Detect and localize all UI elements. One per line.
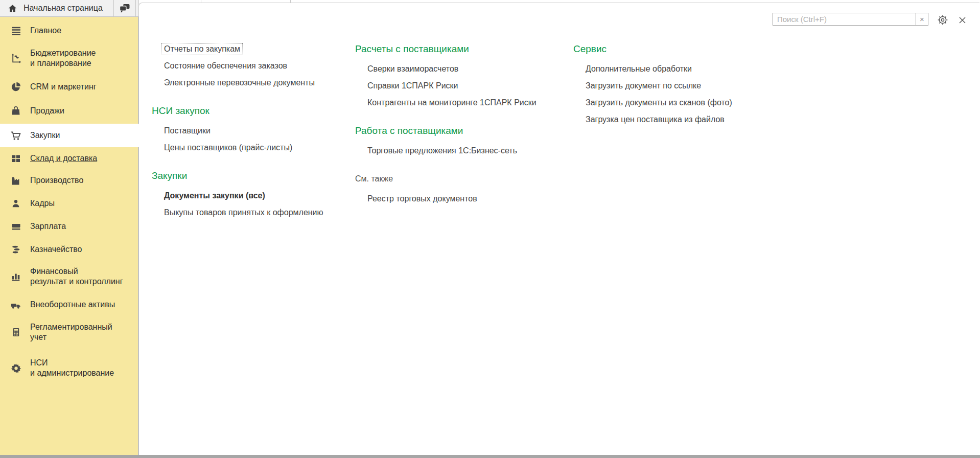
truck-icon bbox=[9, 300, 22, 310]
sidebar-item-treasury[interactable]: Казначейство bbox=[0, 238, 138, 261]
settings-button[interactable] bbox=[936, 13, 949, 27]
sidebar-item-hr[interactable]: Кадры bbox=[0, 192, 138, 215]
sidebar-item-fixed-assets[interactable]: Внеоборотные активы bbox=[0, 293, 138, 316]
app-window: { "topbar": { "home_tab_label": "Начальн… bbox=[0, 0, 980, 458]
menu-item[interactable]: Сверки взаиморасчетов bbox=[355, 60, 575, 77]
tab-home-page[interactable]: Начальная страница bbox=[0, 0, 114, 16]
clear-search-button[interactable]: × bbox=[916, 13, 928, 25]
group-header: Сервис bbox=[573, 40, 803, 57]
pie-chart-icon bbox=[9, 82, 22, 92]
bank-card-icon bbox=[9, 222, 22, 232]
menu-column-3: Сервис Дополнительные обработки Загрузит… bbox=[573, 40, 803, 128]
person-icon bbox=[9, 199, 22, 209]
sidebar-item-payroll[interactable]: Зарплата bbox=[0, 215, 138, 238]
sidebar-item-label: НСИи администрирование bbox=[30, 358, 114, 378]
group-header: Расчеты с поставщиками bbox=[355, 40, 575, 57]
search-box: × bbox=[773, 13, 928, 26]
budgeting-icon bbox=[9, 53, 22, 64]
group-header: Работа с поставщиками bbox=[355, 122, 575, 139]
menu-item[interactable]: Поставщики bbox=[152, 122, 351, 139]
sections-sidebar: Главное Бюджетированиеи планирование CRM… bbox=[0, 17, 138, 455]
sidebar-item-regulated-accounting[interactable]: Регламентированныйучет bbox=[0, 317, 138, 348]
sidebar-item-label: Главное bbox=[30, 26, 61, 36]
gear-icon bbox=[9, 363, 22, 374]
calculator-icon bbox=[9, 327, 22, 337]
sidebar-item-label: Финансовыйрезультат и контроллинг bbox=[30, 266, 123, 287]
sidebar-item-label: Бюджетированиеи планирование bbox=[30, 48, 96, 68]
tab-home-page-label: Начальная страница bbox=[24, 4, 103, 13]
close-panel-button[interactable] bbox=[956, 14, 968, 26]
coins-icon bbox=[9, 244, 22, 255]
sidebar-item-production[interactable]: Производство bbox=[0, 169, 138, 192]
menu-column-1: Отчеты по закупкам Состояние обеспечения… bbox=[152, 40, 351, 221]
sidebar-item-label: Продажи bbox=[30, 106, 64, 116]
shopping-cart-icon bbox=[9, 130, 22, 141]
sidebar-item-label: Регламентированныйучет bbox=[30, 322, 112, 342]
menu-item-focused[interactable]: Отчеты по закупкам bbox=[161, 43, 243, 55]
menu-item[interactable]: Состояние обеспечения заказов bbox=[152, 57, 351, 74]
menu-item[interactable]: Дополнительные обработки bbox=[573, 60, 803, 77]
menu-item[interactable]: Выкупы товаров принятых к оформлению bbox=[152, 204, 351, 221]
see-also-header: См. также bbox=[355, 170, 575, 187]
discussions-button[interactable] bbox=[114, 0, 136, 16]
warehouse-grid-icon bbox=[9, 153, 22, 164]
clear-icon: × bbox=[920, 15, 924, 24]
sidebar-item-sales[interactable]: Продажи bbox=[0, 99, 138, 123]
sidebar-item-label: Склад и доставка bbox=[30, 153, 97, 164]
sidebar-item-purchases[interactable]: Закупки bbox=[0, 124, 139, 147]
sidebar-item-label: Казначейство bbox=[30, 244, 82, 255]
search-input[interactable] bbox=[773, 13, 916, 25]
sidebar-item-label: Внеоборотные активы bbox=[30, 300, 115, 310]
close-icon bbox=[958, 16, 967, 25]
shopping-bag-icon bbox=[9, 106, 22, 116]
sidebar-item-label: Кадры bbox=[30, 198, 55, 209]
sidebar-item-financial-result[interactable]: Финансовыйрезультат и контроллинг bbox=[0, 261, 138, 292]
window-bottom-edge bbox=[0, 455, 980, 458]
discussions-icon bbox=[119, 4, 130, 13]
sidebar-item-budgeting[interactable]: Бюджетированиеи планирование bbox=[0, 43, 138, 74]
sidebar-item-label: CRM и маркетинг bbox=[30, 82, 97, 92]
sidebar-item-main[interactable]: Главное bbox=[0, 19, 138, 42]
menu-item[interactable]: Загрузка цен поставщика из файлов bbox=[573, 111, 803, 128]
sidebar-item-crm-marketing[interactable]: CRM и маркетинг bbox=[0, 75, 138, 99]
sidebar-item-label: Производство bbox=[30, 175, 83, 186]
menu-icon bbox=[9, 26, 22, 36]
menu-item[interactable]: Реестр торговых документов bbox=[355, 190, 575, 207]
menu-item[interactable]: Цены поставщиков (прайс-листы) bbox=[152, 139, 351, 156]
menu-item[interactable]: Загрузить документ по ссылке bbox=[573, 77, 803, 94]
top-bar: Начальная страница bbox=[0, 0, 139, 17]
group-header: НСИ закупок bbox=[152, 102, 351, 119]
factory-icon bbox=[9, 175, 22, 186]
sidebar-item-warehouse-delivery[interactable]: Склад и доставка bbox=[0, 147, 138, 170]
menu-item[interactable]: Торговые предложения 1С:Бизнес-сеть bbox=[355, 142, 575, 159]
sidebar-item-label: Закупки bbox=[30, 130, 60, 141]
bar-chart-icon bbox=[9, 271, 22, 282]
menu-item[interactable]: Контрагенты на мониторинге 1СПАРК Риски bbox=[355, 94, 575, 111]
menu-item[interactable]: Отчеты по закупкам bbox=[152, 40, 351, 57]
sidebar-item-master-data-admin[interactable]: НСИи администрирование bbox=[0, 353, 138, 383]
sidebar-item-label: Зарплата bbox=[30, 221, 66, 232]
group-header: Закупки bbox=[152, 167, 351, 184]
menu-item[interactable]: Справки 1СПАРК Риски bbox=[355, 77, 575, 94]
gear-icon bbox=[937, 14, 949, 26]
menu-column-2: Расчеты с поставщиками Сверки взаиморасч… bbox=[355, 40, 575, 207]
home-icon bbox=[8, 4, 17, 13]
menu-item[interactable]: Загрузить документы из сканов (фото) bbox=[573, 94, 803, 111]
menu-item[interactable]: Документы закупки (все) bbox=[152, 187, 351, 204]
menu-item[interactable]: Электронные перевозочные документы bbox=[152, 74, 351, 91]
